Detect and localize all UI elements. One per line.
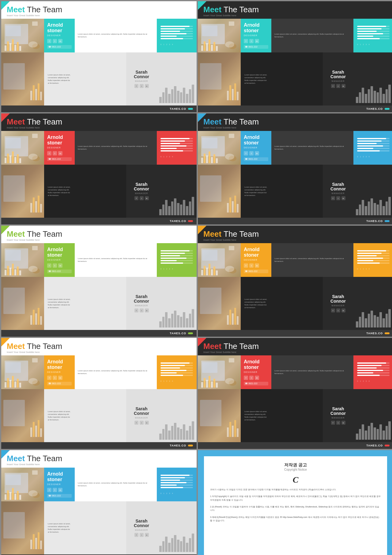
twitter-icon-2[interactable]: t [336,84,340,88]
twitter-icon-2[interactable]: t [140,196,144,200]
chart-bar [162,429,165,440]
chart-bar [386,89,388,103]
subtitle: Insert Your Great Subtitle here [7,351,191,354]
facebook-icon[interactable]: f [47,39,51,43]
twitter-icon[interactable]: t [249,39,254,43]
twitter-icon-2[interactable]: t [336,421,340,425]
slide-footer: TAHES.CO [198,105,392,112]
linkedin-icon[interactable]: in [58,39,62,43]
person-skills-1: 01234 [157,131,197,165]
person-skills-1: 01234 [353,19,392,52]
twitter-icon[interactable]: t [249,263,254,268]
skill-bar [160,26,193,27]
chart-bar [356,97,358,103]
slide-header: Meet The Team Insert Your Great Subtitle… [1,226,197,243]
twitter-icon[interactable]: t [53,488,57,492]
footer-dot [188,332,193,334]
facebook-icon-2[interactable]: f [134,84,138,88]
person-desc-text-2: Lorem ipsum dolor sit amet,consectetur a… [48,410,123,421]
linkedin-icon-2[interactable]: in [145,84,149,88]
person-skills-1: 01234 [353,243,392,277]
twitter-icon-2[interactable]: t [140,308,144,312]
person-desc-text-1: Lorem ipsum dolor sit amet, consectetur … [274,257,350,263]
chart-bar [183,312,185,327]
linkedin-icon-2[interactable]: in [145,421,149,425]
copyright-content: 저작권 공고 Copyright Notice C 귀하가 사용하는 이 파일은… [204,456,387,555]
linkedin-icon-2[interactable]: in [145,533,149,537]
twitter-icon-2[interactable]: t [140,84,144,88]
facebook-icon[interactable]: f [244,151,248,155]
twitter-icon-2[interactable]: t [336,196,340,200]
linkedin-icon[interactable]: in [58,376,62,380]
skill-bar [357,260,390,261]
chart-bar [186,94,188,103]
skill-bar [160,138,193,139]
linkedin-icon-2[interactable]: in [341,84,345,88]
skill-bar [160,370,193,371]
facebook-icon-2[interactable]: f [331,84,335,88]
title: Meet The Team [7,118,191,126]
person-skills-1: 01234 [157,355,197,389]
chart-bar [180,92,183,103]
person-name-2: SarahConnor [134,70,149,79]
facebook-icon[interactable]: f [244,376,248,380]
facebook-icon-2[interactable]: f [134,533,138,537]
chart-bar [379,88,382,103]
skill-bar [160,148,193,149]
chart-bar [186,431,188,440]
facebook-icon-2[interactable]: f [134,308,138,312]
linkedin-icon[interactable]: in [58,263,62,268]
skill-bar [357,140,390,142]
facebook-icon[interactable]: f [244,263,248,268]
chart-bar [377,205,379,215]
linkedin-icon-2[interactable]: in [341,308,345,312]
twitter-icon-2[interactable]: t [336,308,340,312]
linkedin-icon[interactable]: in [255,263,259,268]
chart-bar [356,321,358,327]
facebook-icon[interactable]: f [47,151,51,155]
skill-bar [357,26,390,27]
linkedin-icon-2[interactable]: in [341,196,345,200]
twitter-icon[interactable]: t [53,151,57,155]
chart-bar [383,206,385,215]
facebook-icon-2[interactable]: f [331,196,335,200]
chart-bar [377,92,379,103]
twitter-icon-2[interactable]: t [140,421,144,425]
facebook-icon[interactable]: f [47,263,51,268]
facebook-icon-2[interactable]: f [331,421,335,425]
person-info-2: SarahConnor MANAGER f t in [126,52,157,105]
linkedin-icon-2[interactable]: in [341,421,345,425]
chart-bar [379,200,382,215]
linkedin-icon[interactable]: in [255,151,259,155]
person-photo-1 [198,19,241,52]
person-role-2: MANAGER [332,80,345,82]
chart-bar [159,97,162,103]
twitter-icon[interactable]: t [249,376,254,380]
person-skills-1: 01234 [157,19,197,52]
linkedin-icon-2[interactable]: in [145,196,149,200]
twitter-icon[interactable]: t [53,263,57,268]
twitter-icon[interactable]: t [53,376,57,380]
corner-decoration [1,450,10,459]
facebook-icon[interactable]: f [47,488,51,492]
person-role-2: MANAGER [332,417,345,419]
facebook-icon-2[interactable]: f [134,421,138,425]
facebook-icon[interactable]: f [47,376,51,380]
slide-6: Meet The Team Insert Your Great Subtitle… [198,226,392,337]
sarah-chart [157,389,197,442]
linkedin-icon[interactable]: in [255,39,259,43]
facebook-icon-2[interactable]: f [134,196,138,200]
twitter-icon[interactable]: t [249,151,254,155]
linkedin-icon-2[interactable]: in [145,308,149,312]
facebook-icon-2[interactable]: f [331,308,335,312]
linkedin-icon[interactable]: in [58,488,62,492]
chart-bar [359,317,361,327]
twitter-icon-2[interactable]: t [140,533,144,537]
twitter-icon[interactable]: t [53,39,57,43]
linkedin-icon[interactable]: in [58,151,62,155]
linkedin-icon[interactable]: in [255,376,259,380]
skill-bar [357,150,390,151]
person-desc-2: Lorem ipsum dolor sit amet,consectetur a… [44,165,126,218]
facebook-icon[interactable]: f [244,39,248,43]
chart-bar [377,317,379,327]
